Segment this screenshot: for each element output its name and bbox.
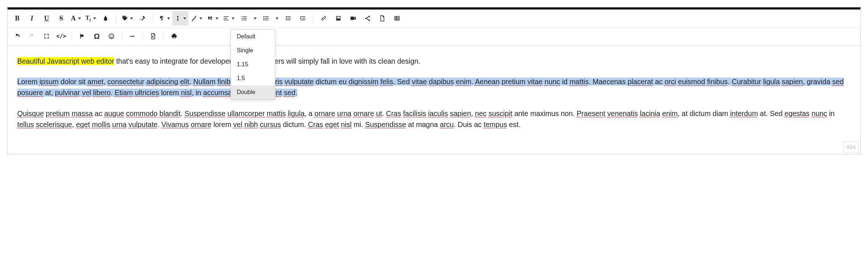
fullscreen-button[interactable]: [39, 29, 54, 44]
redo-icon: [29, 33, 35, 40]
char-counter: 904: [843, 141, 859, 153]
paragraph-format-button[interactable]: [156, 11, 172, 26]
line-height-button[interactable]: [172, 11, 188, 26]
indent-button[interactable]: [295, 11, 310, 26]
align-icon: [223, 15, 229, 22]
magic-wand-icon: [191, 15, 197, 22]
tags-icon: [121, 15, 128, 22]
link-icon: [320, 15, 327, 22]
separator: [71, 31, 72, 41]
eraser-icon: [139, 15, 146, 22]
pdf-button[interactable]: [146, 29, 161, 44]
unordered-list-button[interactable]: [259, 11, 273, 26]
image-button[interactable]: [331, 11, 346, 26]
link-button[interactable]: [316, 11, 331, 26]
svg-point-6: [109, 34, 114, 39]
magic-button[interactable]: [188, 11, 205, 26]
redo-button[interactable]: [25, 29, 39, 44]
separator: [116, 13, 116, 23]
line-height-option-double[interactable]: Double: [231, 85, 275, 99]
table-icon: [394, 15, 400, 22]
underline-button[interactable]: U: [39, 11, 54, 26]
svg-point-0: [263, 16, 264, 17]
file-button[interactable]: [375, 11, 390, 26]
text-color-button[interactable]: A: [69, 11, 83, 26]
editor-container: B I U S A TI: [7, 7, 861, 154]
line-height-option-15[interactable]: 1.5: [231, 71, 275, 85]
minus-icon: [129, 33, 136, 40]
toolbar-row-2: </> Ω: [8, 27, 860, 45]
share-button[interactable]: [360, 11, 375, 26]
highlight-text: Beautiful Javascript web editor: [17, 57, 114, 65]
smile-icon: [108, 33, 115, 40]
editor-content[interactable]: Beautiful Javascript web editor that's e…: [8, 45, 860, 154]
print-button[interactable]: [167, 29, 181, 44]
separator: [163, 31, 164, 41]
video-icon: [350, 15, 356, 22]
paragraph-2: Lorem ipsum dolor sit amet, consectetur …: [17, 76, 851, 98]
table-button[interactable]: [390, 11, 404, 26]
line-height-dropdown: Default Single 1.15 1.5 Double: [231, 29, 275, 100]
image-icon: [335, 15, 342, 22]
share-icon: [364, 15, 371, 22]
ordered-list-button[interactable]: [237, 11, 251, 26]
line-height-option-default[interactable]: Default: [231, 30, 275, 44]
eraser-button[interactable]: [135, 11, 150, 26]
line-height-option-single[interactable]: Single: [231, 44, 275, 57]
separator: [153, 13, 153, 23]
undo-icon: [14, 33, 21, 40]
svg-point-7: [110, 35, 111, 36]
pdf-icon: [150, 33, 157, 40]
outdent-button[interactable]: [281, 11, 295, 26]
strike-button[interactable]: S: [54, 11, 69, 26]
indent-icon: [299, 15, 306, 22]
list-ul-icon: [263, 15, 269, 22]
emoji-button[interactable]: [104, 29, 119, 44]
line-height-icon: [174, 15, 181, 22]
expand-icon: [43, 33, 50, 40]
svg-point-2: [263, 19, 264, 20]
align-button[interactable]: [221, 11, 237, 26]
line-height-option-115[interactable]: 1.15: [231, 57, 275, 71]
outdent-icon: [285, 15, 291, 22]
flag-button[interactable]: [75, 29, 89, 44]
quote-button[interactable]: [205, 11, 221, 26]
tint-icon: [102, 15, 109, 22]
tags-button[interactable]: [119, 11, 135, 26]
svg-point-1: [263, 18, 264, 19]
hr-button[interactable]: [125, 29, 140, 44]
list-ol-icon: [241, 15, 247, 22]
italic-button[interactable]: I: [25, 11, 39, 26]
video-button[interactable]: [346, 11, 360, 26]
flag-icon: [79, 33, 85, 40]
intro-paragraph: Beautiful Javascript web editor that's e…: [17, 56, 851, 67]
separator: [143, 31, 143, 41]
toolbar-row-1: B I U S A TI: [8, 10, 860, 27]
separator: [313, 13, 313, 23]
separator: [122, 31, 122, 41]
print-icon: [171, 33, 177, 40]
bold-button[interactable]: B: [10, 11, 25, 26]
text-format-button[interactable]: TI: [83, 11, 98, 26]
special-char-button[interactable]: Ω: [89, 29, 104, 44]
pilcrow-icon: [158, 15, 165, 22]
quote-icon: [207, 15, 213, 22]
code-view-button[interactable]: </>: [54, 29, 69, 44]
svg-point-8: [112, 35, 113, 36]
ordered-list-caret[interactable]: [251, 11, 259, 26]
paragraph-3: Quisque pretium massa ac augue commodo b…: [17, 108, 851, 130]
file-icon: [379, 15, 386, 22]
svg-rect-9: [130, 36, 135, 37]
unordered-list-caret[interactable]: [273, 11, 281, 26]
ink-drop-button[interactable]: [98, 11, 113, 26]
undo-button[interactable]: [10, 29, 25, 44]
